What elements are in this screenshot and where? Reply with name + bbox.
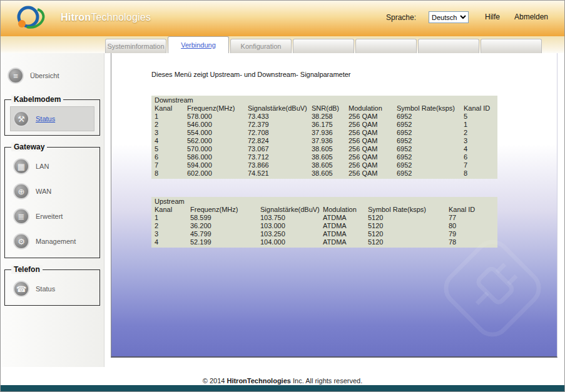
tab-empty-5[interactable]	[418, 39, 479, 53]
table-cell: 5120	[367, 230, 447, 238]
table-row: 1578.00073.43338.258256 QAM69525	[153, 113, 504, 121]
table-cell: 594.000	[186, 161, 247, 169]
table-cell: 256 QAM	[347, 161, 395, 169]
main-panel: Dieses Menü zeigt Upstream- und Downstre…	[111, 53, 557, 358]
sidebar-item-uebersicht[interactable]: ≡ Übersicht	[4, 63, 100, 88]
table-cell: 256 QAM	[347, 129, 395, 137]
lan-icon: ▦	[13, 158, 29, 174]
tab-empty-3[interactable]	[293, 39, 354, 53]
table-row: 7594.00073.86638.605256 QAM69527	[153, 161, 504, 169]
table-row: 3554.00072.70837.936256 QAM69522	[153, 129, 504, 137]
sidebar-item-management[interactable]: ⚙ Management	[10, 229, 94, 254]
tab-systeminformation[interactable]: Systeminformation	[105, 39, 166, 53]
table-cell: 73.067	[247, 145, 310, 153]
sidebar-item-label: WAN	[36, 188, 51, 195]
gear-icon: ⚙	[13, 233, 29, 249]
advanced-icon: ≣	[13, 208, 29, 224]
table-row: 5570.00073.06738.605256 QAM69524	[153, 145, 504, 153]
table-cell: 74.521	[247, 169, 310, 178]
brand-text: HitronTechnologies	[61, 12, 151, 23]
table-cell: 554.000	[186, 129, 247, 137]
sidebar-item-kabelmodem-status[interactable]: ⚒ Status	[10, 106, 94, 131]
group-title: Telefon	[11, 265, 43, 274]
tab-verbindung[interactable]: Verbindung	[168, 36, 229, 53]
table-cell: 6952	[395, 113, 462, 121]
help-link[interactable]: Hilfe	[485, 13, 500, 21]
table-cell: 38.605	[310, 161, 347, 169]
table-cell: 3	[462, 137, 504, 145]
table-cell: 6952	[395, 169, 462, 178]
table-cell: 73.712	[247, 153, 310, 161]
language-label: Sprache:	[386, 13, 416, 22]
sidebar-item-telefon-status[interactable]: ☎ Status	[10, 276, 94, 301]
table-cell: 256 QAM	[347, 153, 395, 161]
sidebar-item-label: LAN	[36, 163, 49, 170]
table-row: 2546.00072.37936.175256 QAM69521	[153, 121, 504, 129]
copyright-brand: HitronTechnologies	[227, 377, 290, 384]
sidebar-item-lan[interactable]: ▦ LAN	[10, 154, 94, 179]
table-cell: 103.750	[259, 214, 322, 222]
downstream-table: Downstream KanalFrequenz(MHz)Signalstärk…	[151, 96, 497, 179]
tab-konfiguration[interactable]: Konfiguration	[230, 39, 292, 53]
table-cell: 2	[153, 121, 186, 129]
copyright: © 2014 HitronTechnologies Inc. All right…	[1, 377, 564, 384]
group-title: Kabelmodem	[11, 95, 63, 104]
table-cell: 5120	[367, 222, 447, 230]
table-cell: 5	[462, 113, 504, 121]
table-cell: 6	[153, 153, 186, 161]
table-cell: 570.000	[186, 145, 247, 153]
column-header: Kanal	[153, 206, 189, 214]
table-cell: 6952	[395, 153, 462, 161]
sidebar-item-label: Management	[36, 238, 76, 245]
table-cell: 256 QAM	[347, 169, 395, 178]
sidebar-item-label: Erweitert	[36, 213, 63, 220]
table-cell: ATDMA	[322, 214, 367, 222]
table-cell: 103.250	[259, 230, 322, 238]
language-select[interactable]: Deutsch	[429, 11, 469, 23]
sidebar-item-label: Status	[36, 115, 55, 123]
table-cell: 5120	[367, 238, 447, 246]
sidebar: ≡ Übersicht Kabelmodem ⚒ Status Gateway …	[1, 53, 104, 367]
table-cell: 37.936	[310, 129, 347, 137]
table-cell: 256 QAM	[347, 145, 395, 153]
table-cell: 586.000	[186, 153, 247, 161]
tab-empty-6[interactable]	[481, 39, 542, 53]
table-row: 158.599103.750ATDMA512077	[153, 214, 502, 222]
copyright-prefix: © 2014	[203, 377, 225, 384]
logout-link[interactable]: Abmelden	[514, 13, 548, 21]
table-header-row: KanalFrequenz(MHz)Signalstärke(dBuV)SNR(…	[153, 104, 504, 113]
column-header: Kanal	[153, 104, 186, 113]
table-row: 236.200103.000ATDMA512080	[153, 222, 502, 230]
plug-watermark-icon	[439, 235, 546, 341]
table-cell: 256 QAM	[347, 113, 395, 121]
header: HitronTechnologies Sprache: Deutsch Hilf…	[1, 1, 564, 36]
sidebar-item-wan[interactable]: ⊕ WAN	[10, 179, 94, 204]
copyright-suffix: Inc. All rights reserved.	[293, 377, 362, 384]
table-cell: 73.866	[247, 161, 310, 169]
group-title: Gateway	[11, 143, 47, 151]
sidebar-group-telefon: Telefon ☎ Status	[4, 269, 100, 306]
table-header-row: KanalFrequenz(MHz)Signalstärke(dBuV)Modu…	[153, 206, 502, 214]
sidebar-item-erweitert[interactable]: ≣ Erweitert	[10, 204, 94, 229]
phone-icon: ☎	[13, 281, 29, 297]
table-cell: 77	[447, 214, 502, 222]
column-header: SNR(dB)	[310, 104, 347, 113]
bottom-bar	[1, 385, 564, 391]
table-cell: 6952	[395, 137, 462, 145]
column-header: Kanal ID	[447, 206, 502, 214]
brand-bold: Hitron	[61, 12, 91, 23]
column-header: Signalstärke(dBuV)	[247, 104, 310, 113]
overview-icon: ≡	[8, 68, 24, 84]
table-cell: 602.000	[186, 169, 247, 178]
tab-empty-4[interactable]	[355, 39, 417, 53]
brand-light: Technologies	[91, 12, 151, 23]
column-header: Modulation	[347, 104, 395, 113]
table-cell: 578.000	[186, 113, 247, 121]
table-cell: 6952	[395, 129, 462, 137]
table-cell: 72.824	[247, 137, 310, 145]
table-cell: 103.000	[259, 222, 322, 230]
table-cell: 6952	[395, 145, 462, 153]
table-cell: 8	[462, 169, 504, 178]
table-cell: 80	[447, 222, 502, 230]
table-cell: 73.433	[247, 113, 310, 121]
